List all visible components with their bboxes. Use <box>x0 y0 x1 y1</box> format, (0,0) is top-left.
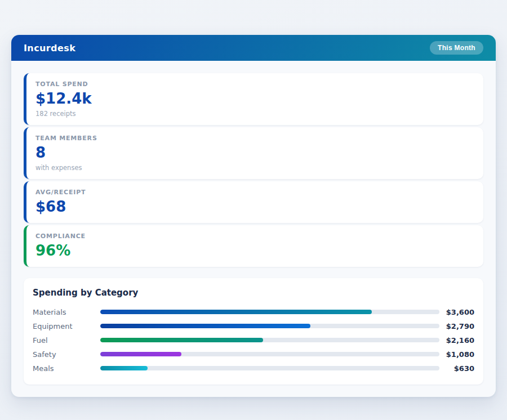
category-label: Safety <box>33 350 100 359</box>
stat-value: $68 <box>35 199 474 216</box>
chart-title: Spending by Category <box>33 288 474 298</box>
chart-rows: Materials$3,600Equipment$2,790Fuel$2,160… <box>33 305 474 376</box>
chart-row: Safety$1,080 <box>33 347 474 361</box>
chart-row: Materials$3,600 <box>33 305 474 319</box>
bar-track <box>100 324 439 328</box>
app-header: Incurdesk This Month <box>11 35 496 61</box>
category-label: Meals <box>33 364 100 373</box>
stat-label: COMPLIANCE <box>35 233 474 240</box>
bar-fill <box>100 324 310 328</box>
app-title: Incurdesk <box>24 43 75 53</box>
bar-fill <box>100 366 148 370</box>
period-badge[interactable]: This Month <box>430 41 483 55</box>
stat-subtext: with expenses <box>35 164 474 172</box>
chart-row: Meals$630 <box>33 361 474 376</box>
stat-label: TEAM MEMBERS <box>35 135 474 142</box>
bar-track <box>100 338 439 342</box>
category-label: Materials <box>33 308 100 316</box>
bar-fill <box>100 352 181 356</box>
chart-row: Fuel$2,160 <box>33 333 474 347</box>
content-area: TOTAL SPEND $12.4k 182 receipts TEAM MEM… <box>11 61 496 397</box>
stat-label: AVG/RECEIPT <box>35 189 474 196</box>
stat-value: 96% <box>35 243 474 260</box>
value-label: $630 <box>439 364 474 373</box>
stats-section: TOTAL SPEND $12.4k 182 receipts TEAM MEM… <box>24 73 483 267</box>
stat-value: 8 <box>35 145 474 162</box>
stat-card-team-members: TEAM MEMBERS 8 with expenses <box>24 127 483 179</box>
value-label: $1,080 <box>439 350 474 359</box>
bar-track <box>100 352 439 356</box>
stat-card-avg-receipt: AVG/RECEIPT $68 <box>24 181 483 223</box>
bar-track <box>100 310 439 314</box>
bar-fill <box>100 310 372 314</box>
category-label: Equipment <box>33 322 100 330</box>
value-label: $2,160 <box>439 336 474 345</box>
stat-label: TOTAL SPEND <box>35 81 474 88</box>
bar-track <box>100 366 439 370</box>
bar-fill <box>100 338 263 342</box>
value-label: $3,600 <box>439 308 474 316</box>
category-label: Fuel <box>33 336 100 345</box>
stat-card-compliance: COMPLIANCE 96% <box>24 225 483 267</box>
chart-row: Equipment$2,790 <box>33 319 474 333</box>
stat-value: $12.4k <box>35 91 474 108</box>
stat-card-total-spend: TOTAL SPEND $12.4k 182 receipts <box>24 73 483 125</box>
value-label: $2,790 <box>439 322 474 330</box>
stat-subtext: 182 receipts <box>35 110 474 118</box>
app-window: Incurdesk This Month TOTAL SPEND $12.4k … <box>11 35 496 397</box>
spending-chart-card: Spending by Category Materials$3,600Equi… <box>24 278 483 385</box>
